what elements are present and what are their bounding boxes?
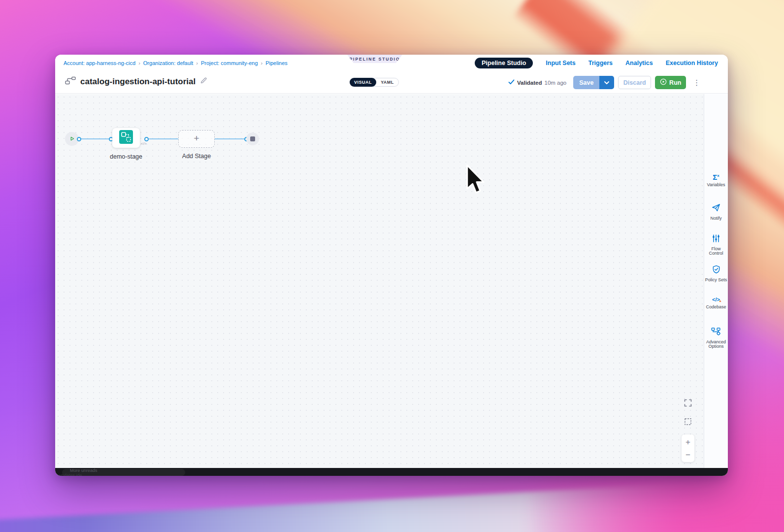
plus-icon: + — [686, 438, 690, 446]
code-brackets-icon: </> ▲ — [712, 296, 720, 303]
tab-input-sets[interactable]: Input Sets — [546, 60, 575, 66]
run-play-icon — [660, 78, 667, 87]
connector-line — [149, 138, 178, 139]
add-stage-label: Add Stage — [162, 153, 231, 160]
tab-triggers[interactable]: Triggers — [588, 60, 613, 66]
toolbar-actions: Validated 10m ago Save Discard — [508, 76, 700, 89]
chevron-separator-icon: › — [138, 60, 140, 66]
flowchart-gear-icon — [711, 327, 721, 338]
pipeline-end-node — [246, 133, 259, 145]
breadcrumb-pipelines-link[interactable]: Pipelines — [265, 60, 288, 66]
sidebar-item-label: Notify — [705, 216, 727, 221]
breadcrumb-project-link[interactable]: Project: community-eng — [201, 60, 258, 66]
expand-icon — [684, 399, 692, 408]
chevron-separator-icon: › — [261, 60, 263, 66]
edit-title-pencil-icon[interactable] — [200, 77, 207, 86]
selection-mode-button[interactable] — [682, 416, 694, 429]
pipeline-canvas[interactable]: </> + demo-stage Add Stage — [55, 94, 704, 468]
dashed-square-icon — [685, 418, 691, 427]
sidebar-item-label: Advanced Options — [705, 340, 727, 349]
shield-check-icon — [712, 265, 720, 276]
sidebar-item-advanced-options[interactable]: Advanced Options — [704, 327, 728, 348]
validated-time: 10m ago — [545, 80, 567, 86]
run-button[interactable]: Run — [655, 76, 686, 89]
pipeline-studio-window: Account: app-harness-ng-cicd › Organizat… — [55, 55, 728, 476]
check-icon — [508, 79, 515, 86]
visual-yaml-toggle: VISUAL YAML — [350, 78, 399, 87]
zoom-controls: + − — [682, 434, 694, 462]
zoom-to-fit-button[interactable] — [682, 397, 694, 410]
validated-label: Validated — [517, 80, 542, 86]
sidebar-item-codebase[interactable]: </> ▲ Codebase — [704, 296, 728, 317]
connector-dot — [77, 137, 81, 141]
breadcrumb-account-link[interactable]: Account: app-harness-ng-cicd — [64, 60, 135, 66]
connector-line — [215, 138, 244, 139]
save-split-button: Save — [573, 76, 614, 89]
breadcrumb-organization-link[interactable]: Organization: default — [143, 60, 194, 66]
more-options-kebab-icon[interactable]: ⋮ — [693, 79, 700, 86]
sidebar-item-label: Codebase — [705, 305, 727, 309]
background-window-text: More unreads — [70, 468, 98, 472]
tab-analytics[interactable]: Analytics — [625, 60, 653, 66]
save-button[interactable]: Save — [573, 76, 599, 89]
breadcrumb: Account: app-harness-ng-cicd › Organizat… — [64, 60, 288, 66]
sidebar-item-label: Flow Control — [705, 247, 727, 256]
toggle-yaml[interactable]: YAML — [376, 80, 398, 85]
sidebar-item-notify[interactable]: Notify — [704, 203, 728, 224]
custom-stage-icon — [119, 130, 133, 146]
zoom-in-button[interactable]: + — [682, 435, 694, 448]
zoom-out-button[interactable]: − — [682, 448, 694, 461]
warning-triangle-icon: ▲ — [719, 298, 722, 304]
validation-status: Validated 10m ago — [508, 79, 566, 86]
paper-plane-icon — [711, 203, 721, 214]
sidebar-item-label: Policy Sets — [705, 278, 727, 282]
toggle-visual[interactable]: VISUAL — [350, 78, 376, 87]
discard-button[interactable]: Discard — [618, 76, 651, 89]
pipeline-studio-banner: PIPELINE STUDIO — [347, 55, 402, 63]
sidebar-item-flow-control[interactable]: Flow Control — [704, 234, 728, 255]
stage-node-demo-stage[interactable] — [112, 128, 140, 148]
pipeline-graph-icon — [65, 76, 76, 87]
page-title: catalog-ingestion-api-tutorial — [80, 77, 196, 87]
top-nav: Pipeline Studio Input Sets Triggers Anal… — [475, 55, 718, 71]
minus-icon: − — [686, 451, 690, 459]
tab-execution-history[interactable]: Execution History — [666, 60, 718, 66]
stage-label: demo-stage — [92, 153, 161, 160]
save-options-chevron-down-icon[interactable] — [599, 76, 614, 89]
sliders-icon — [712, 234, 720, 245]
canvas-controls: + − — [682, 397, 694, 462]
run-label: Run — [669, 79, 681, 86]
stop-square-icon — [250, 136, 255, 141]
background-window-text: updates ide — [59, 473, 82, 476]
sidebar-item-label: Variables — [705, 183, 727, 187]
connector-line — [81, 138, 109, 139]
background-terminal-window: More unreads updates ide — [55, 468, 728, 476]
tab-pipeline-studio[interactable]: Pipeline Studio — [475, 58, 533, 68]
stage-code-link-icon: </> — [141, 141, 147, 146]
pipeline-settings-rail: Σx Variables Notify Flow Control — [704, 94, 728, 468]
chevron-separator-icon: › — [196, 60, 198, 66]
toolbar-row: catalog-ingestion-api-tutorial VISUAL YA… — [55, 71, 728, 94]
plus-icon: + — [194, 133, 199, 144]
sidebar-item-variables[interactable]: Σx Variables — [704, 172, 728, 193]
top-header-row: Account: app-harness-ng-cicd › Organizat… — [55, 55, 728, 71]
pipeline-title-group: catalog-ingestion-api-tutorial — [65, 76, 207, 87]
variables-sigma-icon: Σx — [713, 172, 719, 181]
start-play-icon — [69, 134, 75, 143]
connector-dot — [144, 137, 149, 141]
sidebar-item-policy-sets[interactable]: Policy Sets — [704, 265, 728, 286]
add-stage-button[interactable]: + — [178, 130, 215, 148]
